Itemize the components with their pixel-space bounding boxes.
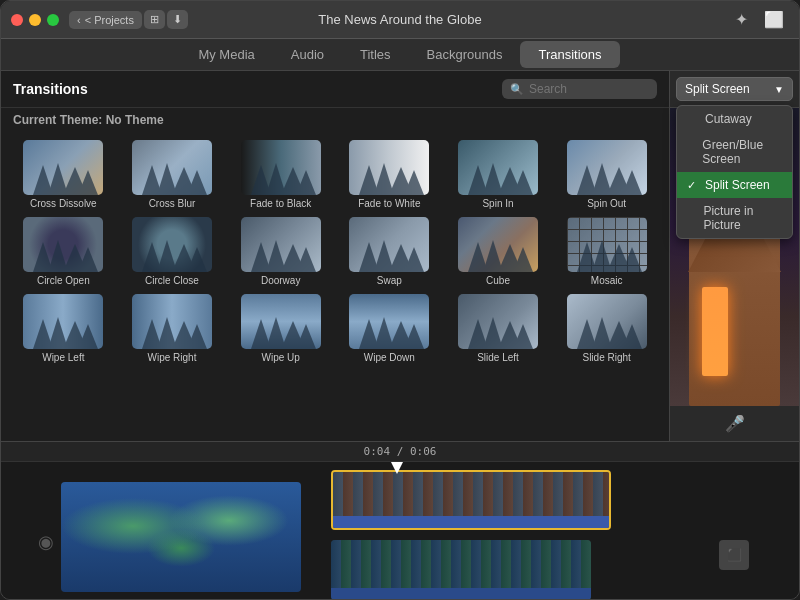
dropdown-label-cutaway: Cutaway [705, 112, 752, 126]
transition-item-doorway[interactable]: Doorway [230, 217, 331, 286]
transition-item-circle-close[interactable]: Circle Close [122, 217, 223, 286]
dropdown-item-green-blue-screen[interactable]: Green/Blue Screen [677, 132, 792, 172]
titlebar: ‹ < Projects ⊞ ⬇ The News Around the Glo… [1, 1, 799, 39]
back-arrow-icon: ‹ [77, 14, 81, 26]
transition-thumb-cross-blur [132, 140, 212, 195]
transition-item-slide-left[interactable]: Slide Left [448, 294, 549, 363]
mic-icon[interactable]: 🎤 [670, 406, 799, 441]
house-window-light [702, 287, 728, 376]
export-icon: ⬛ [727, 548, 742, 562]
transition-thumb-circle-open [23, 217, 103, 272]
transition-label-mosaic: Mosaic [591, 275, 623, 286]
transition-label-fade-to-black: Fade to Black [250, 198, 311, 209]
transition-thumb-wipe-right [132, 294, 212, 349]
track-second-audio [331, 588, 591, 600]
transition-thumb-doorway [241, 217, 321, 272]
dropdown-item-split-screen[interactable]: ✓ Split Screen [677, 172, 792, 198]
transition-item-cube[interactable]: Cube [448, 217, 549, 286]
transition-label-slide-left: Slide Left [477, 352, 519, 363]
close-button[interactable] [11, 14, 23, 26]
transition-item-wipe-right[interactable]: Wipe Right [122, 294, 223, 363]
transition-item-wipe-down[interactable]: Wipe Down [339, 294, 440, 363]
transition-label-wipe-down: Wipe Down [364, 352, 415, 363]
transition-thumb-mosaic [567, 217, 647, 272]
dropdown-label-split-screen: Split Screen [705, 178, 770, 192]
layout-button[interactable]: ⊞ [144, 10, 165, 29]
search-icon: 🔍 [510, 83, 524, 96]
transition-item-slide-right[interactable]: Slide Right [556, 294, 657, 363]
time-display: 0:04 / 0:06 [364, 445, 437, 458]
transition-item-fade-to-black[interactable]: Fade to Black [230, 140, 331, 209]
transition-label-swap: Swap [377, 275, 402, 286]
tabbar: My Media Audio Titles Backgrounds Transi… [1, 39, 799, 71]
transition-label-wipe-up: Wipe Up [261, 352, 299, 363]
transitions-header: Transitions 🔍 [1, 71, 669, 108]
transitions-panel-title: Transitions [13, 81, 88, 97]
transition-label-doorway: Doorway [261, 275, 300, 286]
right-panel: Split Screen ▼ Cutaway Green/Blue Screen… [669, 71, 799, 441]
transition-label-cube: Cube [486, 275, 510, 286]
transition-thumb-spin-out [567, 140, 647, 195]
transition-thumb-wipe-down [349, 294, 429, 349]
transitions-grid: Cross Dissolve Cross Blur Fade to Black … [1, 132, 669, 371]
transition-item-wipe-left[interactable]: Wipe Left [13, 294, 114, 363]
transition-label-circle-close: Circle Close [145, 275, 199, 286]
transition-thumb-slide-left [458, 294, 538, 349]
transition-label-wipe-left: Wipe Left [42, 352, 84, 363]
transition-item-cross-blur[interactable]: Cross Blur [122, 140, 223, 209]
dropdown-menu: Cutaway Green/Blue Screen ✓ Split Screen… [676, 105, 793, 239]
tab-backgrounds[interactable]: Backgrounds [409, 41, 521, 68]
tab-transitions[interactable]: Transitions [520, 41, 619, 68]
dropdown-container: Split Screen ▼ Cutaway Green/Blue Screen… [670, 71, 799, 108]
transition-thumb-swap [349, 217, 429, 272]
transition-label-slide-right: Slide Right [582, 352, 630, 363]
dropdown-item-cutaway[interactable]: Cutaway [677, 106, 792, 132]
transition-item-mosaic[interactable]: Mosaic [556, 217, 657, 286]
playhead[interactable] [396, 462, 398, 470]
tab-titles[interactable]: Titles [342, 41, 409, 68]
window-title: The News Around the Globe [318, 12, 481, 27]
search-box: 🔍 [502, 79, 657, 99]
transition-item-cross-dissolve[interactable]: Cross Dissolve [13, 140, 114, 209]
transition-thumb-fade-to-white [349, 140, 429, 195]
transitions-panel: Transitions 🔍 Current Theme: No Theme Cr… [1, 71, 669, 441]
main-content: Transitions 🔍 Current Theme: No Theme Cr… [1, 71, 799, 441]
fullscreen-button[interactable]: ⬜ [759, 8, 789, 31]
transition-item-wipe-up[interactable]: Wipe Up [230, 294, 331, 363]
transition-thumb-fade-to-black [241, 140, 321, 195]
transition-item-fade-to-white[interactable]: Fade to White [339, 140, 440, 209]
tab-audio[interactable]: Audio [273, 41, 342, 68]
tab-my-media[interactable]: My Media [180, 41, 272, 68]
download-button[interactable]: ⬇ [167, 10, 188, 29]
time-total: 0:06 [410, 445, 437, 458]
transition-item-spin-out[interactable]: Spin Out [556, 140, 657, 209]
transition-item-swap[interactable]: Swap [339, 217, 440, 286]
transition-label-cross-blur: Cross Blur [149, 198, 196, 209]
split-screen-dropdown[interactable]: Split Screen ▼ [676, 77, 793, 101]
world-map-image [61, 482, 301, 592]
transition-thumb-spin-in [458, 140, 538, 195]
transition-label-spin-in: Spin In [482, 198, 513, 209]
maximize-button[interactable] [47, 14, 59, 26]
transition-thumb-wipe-up [241, 294, 321, 349]
dropdown-current-value: Split Screen [685, 82, 750, 96]
transition-thumb-cube [458, 217, 538, 272]
source-thumbnail [61, 482, 301, 592]
back-projects-button[interactable]: ‹ < Projects [69, 11, 142, 29]
transition-label-cross-dissolve: Cross Dissolve [30, 198, 97, 209]
dropdown-item-picture-in-picture[interactable]: Picture in Picture [677, 198, 792, 238]
magic-wand-button[interactable]: ✦ [730, 8, 753, 31]
transition-item-spin-in[interactable]: Spin In [448, 140, 549, 209]
search-input[interactable] [529, 82, 649, 96]
traffic-lights [11, 14, 59, 26]
transition-thumb-circle-close [132, 217, 212, 272]
secondary-video-track[interactable] [331, 540, 591, 600]
export-clip-button[interactable]: ⬛ [719, 540, 749, 570]
main-video-track[interactable] [331, 470, 611, 530]
back-projects-label: < Projects [85, 14, 134, 26]
minimize-button[interactable] [29, 14, 41, 26]
dropdown-check-split-screen: ✓ [687, 179, 699, 192]
transition-thumb-slide-right [567, 294, 647, 349]
track-left-handle[interactable]: ◉ [36, 512, 56, 572]
transition-item-circle-open[interactable]: Circle Open [13, 217, 114, 286]
